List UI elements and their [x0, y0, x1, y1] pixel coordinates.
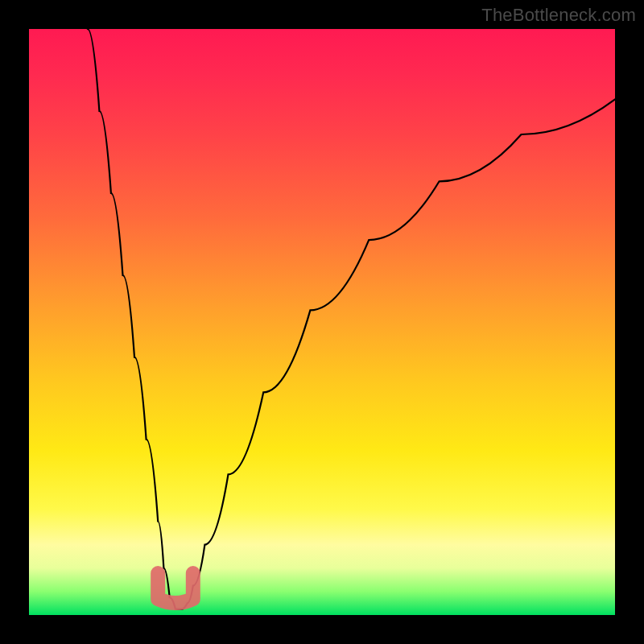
optimal-range-marker: [158, 573, 193, 603]
viewport: TheBottleneck.com: [0, 0, 644, 644]
bottleneck-curve: [88, 29, 615, 609]
chart-background: [29, 29, 615, 615]
bottleneck-chart: [29, 29, 615, 615]
watermark-text: TheBottleneck.com: [481, 5, 636, 26]
